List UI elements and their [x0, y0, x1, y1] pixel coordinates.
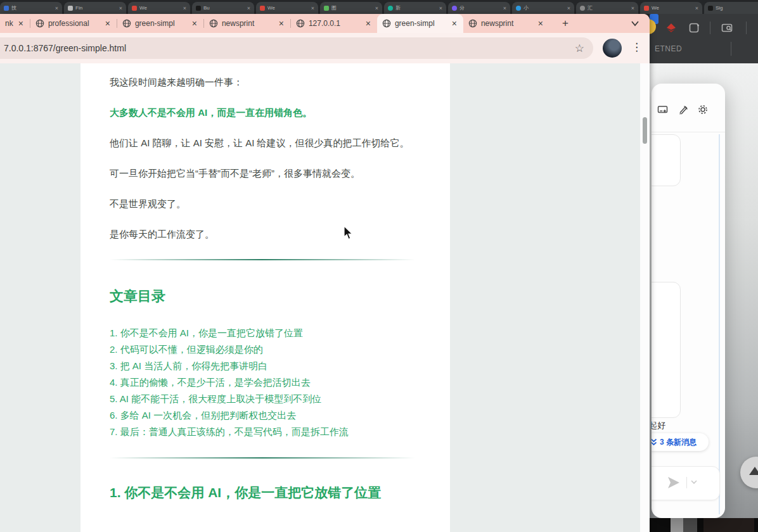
- close-icon[interactable]: ×: [104, 18, 112, 28]
- article: 我这段时间越来越明确一件事：大多数人不是不会用 AI，而是一直在用错角色。他们让…: [110, 63, 415, 502]
- close-icon[interactable]: ×: [278, 18, 285, 28]
- tab-favicon: [132, 6, 137, 11]
- background-tab[interactable]: 图×: [320, 2, 382, 14]
- background-tab[interactable]: Fin×: [64, 2, 126, 14]
- background-tab[interactable]: 小×: [512, 2, 574, 14]
- tab-label: Fin: [75, 5, 117, 11]
- new-capture-icon[interactable]: [657, 103, 669, 116]
- background-tab[interactable]: 汇×: [576, 2, 638, 14]
- article-card: 我这段时间越来越明确一件事：大多数人不是不会用 AI，而是一直在用错角色。他们让…: [80, 63, 450, 532]
- paragraphs: 我这段时间越来越明确一件事：大多数人不是不会用 AI，而是一直在用错角色。他们让…: [110, 73, 415, 243]
- toc-link[interactable]: 6. 多给 AI 一次机会，但别把判断权也交出去: [110, 407, 415, 424]
- close-icon[interactable]: ×: [191, 18, 198, 28]
- page-scrollbar-thumb[interactable]: [643, 117, 647, 144]
- settings-gear-icon[interactable]: [697, 103, 709, 116]
- new-messages-label: 3 条新消息: [660, 437, 697, 448]
- message-input-area[interactable]: ↗: [652, 466, 720, 500]
- toolbar-separator: [746, 22, 747, 34]
- browser-tab[interactable]: nk×: [0, 14, 30, 33]
- background-text-fragment: ETNED: [655, 44, 682, 53]
- toc-link[interactable]: 3. 把 AI 当活人前，你得先把事讲明白: [110, 358, 415, 374]
- new-tab-button[interactable]: +: [558, 17, 572, 30]
- browser-tab[interactable]: professional×: [30, 14, 117, 33]
- browser-tab[interactable]: newsprint×: [463, 14, 549, 33]
- background-tab[interactable]: 分×: [448, 2, 510, 14]
- section-heading: 1. 你不是不会用 AI，你是一直把它放错了位置: [110, 484, 415, 502]
- close-icon[interactable]: ×: [537, 18, 544, 28]
- background-tab[interactable]: We×: [128, 2, 190, 14]
- close-icon[interactable]: ×: [17, 18, 25, 28]
- close-icon[interactable]: ×: [119, 5, 122, 11]
- close-icon[interactable]: ×: [695, 5, 698, 11]
- close-icon[interactable]: ×: [55, 5, 58, 11]
- bookmark-star-icon[interactable]: ☆: [575, 42, 584, 55]
- browser-tab-active[interactable]: green-simpl×: [377, 14, 463, 33]
- extensions-icon[interactable]: [688, 22, 700, 34]
- close-icon[interactable]: ×: [451, 18, 458, 28]
- url-text[interactable]: 7.0.0.1:8767/green-simple.html: [4, 43, 575, 53]
- address-bar[interactable]: 7.0.0.1:8767/green-simple.html ☆: [0, 37, 593, 59]
- panel-card: [652, 282, 681, 418]
- globe-favicon: [382, 19, 391, 28]
- paragraph: 可一旦你开始把它当“手替”而不是“老师”，很多事情就会变。: [110, 165, 415, 182]
- pen-icon[interactable]: [677, 103, 690, 116]
- bottom-block: [671, 518, 683, 532]
- tab-favicon: [260, 6, 265, 11]
- tab-search-chevron-icon[interactable]: [629, 18, 641, 29]
- toolbar-separator: [731, 42, 731, 56]
- globe-favicon: [122, 19, 131, 28]
- page-scrollbar-track[interactable]: [640, 63, 650, 532]
- background-tab[interactable]: 技×: [0, 2, 62, 14]
- toc-link[interactable]: 4. 真正的偷懒，不是少干活，是学会把活切出去: [110, 374, 415, 391]
- tab-label: green-simpl: [135, 19, 187, 28]
- tab-label: We: [267, 5, 309, 11]
- background-tab[interactable]: 新×: [384, 2, 446, 14]
- webpage: 我这段时间越来越明确一件事：大多数人不是不会用 AI，而是一直在用错角色。他们让…: [0, 63, 650, 532]
- new-messages-pill[interactable]: 3 条新消息: [652, 433, 709, 451]
- input-divider: [686, 477, 687, 488]
- browser-menu-icon[interactable]: ⋮: [631, 41, 642, 54]
- assistant-panel: 起好 3 条新消息 ↗: [652, 84, 725, 518]
- toc-link[interactable]: 1. 你不是不会用 AI，你是一直把它放错了位置: [110, 325, 415, 341]
- toc-title: 文章目录: [110, 287, 415, 306]
- browser-tab[interactable]: 127.0.0.1×: [291, 14, 377, 33]
- close-icon[interactable]: ×: [364, 18, 372, 28]
- close-icon[interactable]: ×: [183, 5, 186, 11]
- paragraph: 我这段时间越来越明确一件事：: [110, 73, 415, 91]
- send-icon[interactable]: [666, 476, 681, 490]
- tab-favicon: [644, 6, 649, 11]
- tab-label: 汇: [588, 4, 629, 11]
- tab-label: We: [652, 5, 693, 11]
- search-in-page-icon[interactable]: [721, 22, 733, 34]
- background-tab[interactable]: Bu×: [192, 2, 254, 14]
- background-tab[interactable]: Sig×: [704, 2, 758, 14]
- upload-arrow-icon[interactable]: ↗: [652, 476, 653, 487]
- close-icon[interactable]: ×: [375, 5, 378, 11]
- tab-label: 技: [11, 4, 53, 11]
- tab-label: newsprint: [222, 19, 274, 28]
- browser-tab[interactable]: newsprint×: [204, 14, 290, 33]
- close-icon[interactable]: ×: [311, 5, 314, 11]
- toc-link[interactable]: 7. 最后：普通人真正该练的，不是写代码，而是拆工作流: [110, 424, 415, 440]
- close-icon[interactable]: ×: [439, 5, 442, 11]
- toc-link[interactable]: 5. AI 能不能干活，很大程度上取决于模型到不到位: [110, 391, 415, 407]
- background-tab[interactable]: We×: [256, 2, 318, 14]
- chrome-window: nk×professional×green-simpl×newsprint×12…: [0, 14, 650, 532]
- globe-favicon: [209, 19, 218, 28]
- background-tab[interactable]: We×: [640, 2, 702, 14]
- close-icon[interactable]: ×: [567, 5, 570, 11]
- paragraph: 是你每天的工作流变了。: [110, 225, 415, 243]
- tab-label: We: [139, 5, 181, 11]
- tab-label: newsprint: [481, 19, 533, 28]
- close-icon[interactable]: ×: [503, 5, 506, 11]
- globe-favicon: [468, 19, 477, 28]
- toc-link[interactable]: 2. 代码可以不懂，但逻辑必须是你的: [110, 341, 415, 358]
- background-window: ETNED: [650, 14, 758, 532]
- panel-divider: [652, 132, 725, 132]
- browser-tab[interactable]: green-simpl×: [117, 14, 203, 33]
- close-icon[interactable]: ×: [247, 5, 250, 11]
- chevron-down-icon[interactable]: [690, 478, 698, 486]
- red-extension-icon[interactable]: [665, 22, 678, 34]
- profile-avatar[interactable]: [603, 39, 622, 58]
- close-icon[interactable]: ×: [631, 5, 634, 11]
